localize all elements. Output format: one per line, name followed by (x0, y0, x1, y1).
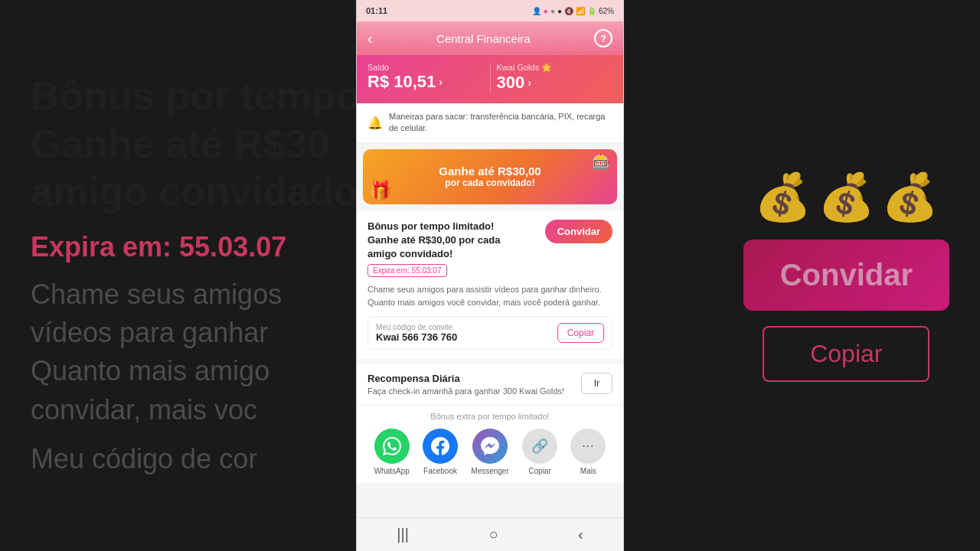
balance-divider (490, 63, 491, 93)
status-icons: 👤 ● ● ● 🔇 📶 🔋 62% (532, 7, 614, 15)
invite-code-section: Meu código de convite Kwai 566 736 760 C… (368, 316, 612, 350)
kwai-chevron: › (528, 77, 531, 89)
facebook-share[interactable]: Facebook (423, 429, 458, 475)
code-info: Meu código de convite Kwai 566 736 760 (376, 323, 457, 343)
bonus-title: Bônus por tempo limitado! Ganhe até R$30… (368, 220, 539, 262)
nav-menu-icon[interactable]: ||| (397, 526, 409, 543)
coin-right-icon: 🎰 (592, 152, 611, 171)
mute-icon: 🔇 (564, 7, 573, 15)
bonus-header: Bônus por tempo limitado! Ganhe até R$30… (368, 220, 612, 262)
wifi-icon: 📶 (576, 7, 585, 15)
battery-pct: 62% (599, 7, 614, 15)
code-value: Kwai 566 736 760 (376, 331, 457, 343)
top-nav: ‹ Central Financeira ? (357, 21, 623, 55)
dot-red: ● (544, 7, 548, 15)
more-icon: ··· (570, 429, 606, 464)
kwai-item[interactable]: Kwai Golds 🌟 300 › (497, 63, 613, 93)
whatsapp-label: WhatsApp (374, 467, 410, 475)
facebook-label: Facebook (423, 467, 457, 475)
info-bar: 🔔 Maneiras para sacar: transferência ban… (357, 103, 623, 143)
back-icon[interactable]: ‹ (368, 30, 373, 47)
bottom-nav: ||| ○ ‹ (357, 517, 623, 551)
saldo-chevron: › (439, 76, 443, 88)
saldo-value: R$ 10,51 › (368, 72, 484, 92)
balance-bar: Saldo R$ 10,51 › Kwai Golds 🌟 300 › (357, 55, 623, 103)
whatsapp-share[interactable]: WhatsApp (374, 429, 410, 475)
status-bar: 01:11 👤 ● ● ● 🔇 📶 🔋 62% (357, 0, 623, 21)
facebook-icon (423, 429, 458, 464)
bonus-card: Bônus por tempo limitado! Ganhe até R$30… (357, 210, 623, 360)
bonus-desc: Chame seus amigos para assistir vídeos p… (368, 283, 612, 308)
info-text: Maneiras para sacar: transferência bancá… (389, 111, 612, 135)
whatsapp-icon (374, 429, 410, 464)
messenger-icon (472, 429, 508, 464)
share-section: Bônus extra por tempo limitado! WhatsApp (357, 406, 623, 483)
mais-label: Mais (580, 467, 596, 475)
daily-title: Recompensa Diária (368, 373, 564, 384)
copiar-link-label: Copiar (528, 467, 550, 475)
copiar-link-share[interactable]: 🔗 Copiar (522, 429, 557, 475)
kwai-label: Kwai Golds 🌟 (497, 63, 613, 73)
status-time: 01:11 (366, 6, 387, 15)
mais-share[interactable]: ··· Mais (570, 429, 606, 475)
dot-black: ● (557, 7, 562, 15)
bg-right-content: 💰💰💰 Convidar Copiar (743, 170, 949, 382)
promo-banner: 🎁 Ganhe até R$30,00 por cada convidado! … (363, 149, 617, 204)
daily-info: Recompensa Diária Faça check-in amanhã p… (368, 373, 564, 396)
dot-gray: ● (550, 7, 555, 15)
nav-back-icon[interactable]: ‹ (578, 526, 583, 543)
coin-left-icon: 🎁 (369, 180, 392, 201)
link-icon: 🔗 (522, 429, 557, 464)
daily-section: Recompensa Diária Faça check-in amanhã p… (357, 364, 623, 406)
battery-icon: 🔋 (587, 7, 596, 15)
kwai-value: 300 › (497, 73, 613, 93)
share-icons-row: WhatsApp Facebook (364, 429, 616, 475)
copiar-button[interactable]: Copiar (557, 323, 604, 343)
banner-text: Ganhe até R$30,00 por cada convidado! (439, 165, 541, 188)
scroll-content: 🔔 Maneiras para sacar: transferência ban… (357, 103, 623, 517)
nav-home-icon[interactable]: ○ (488, 526, 498, 543)
saldo-label: Saldo (368, 63, 484, 72)
messenger-label: Messenger (471, 467, 508, 475)
emoji-row: 💰💰💰 (754, 170, 939, 224)
expira-badge: Expira em: 55:03:07 (368, 264, 447, 277)
ir-button[interactable]: Ir (581, 373, 612, 394)
messenger-share[interactable]: Messenger (471, 429, 508, 475)
nav-title: Central Financeira (436, 32, 531, 45)
bg-copiar-button[interactable]: Copiar (763, 326, 929, 382)
banner-main: Ganhe até R$30,00 (439, 165, 541, 178)
convidar-button[interactable]: Convidar (545, 220, 612, 243)
bg-convidar-button[interactable]: Convidar (743, 240, 949, 311)
speaker-icon: 🔔 (368, 116, 383, 130)
fb-icon: 👤 (532, 7, 541, 15)
phone-screen: 01:11 👤 ● ● ● 🔇 📶 🔋 62% ‹ Central Financ… (356, 0, 624, 551)
saldo-item[interactable]: Saldo R$ 10,51 › (368, 63, 484, 93)
help-icon[interactable]: ? (594, 29, 612, 47)
banner-sub: por cada convidado! (439, 178, 541, 188)
code-label: Meu código de convite (376, 323, 457, 331)
bonus-extra-label: Bônus extra por tempo limitado! (364, 412, 616, 421)
daily-desc: Faça check-in amanhã para ganhar 300 Kwa… (368, 386, 564, 396)
